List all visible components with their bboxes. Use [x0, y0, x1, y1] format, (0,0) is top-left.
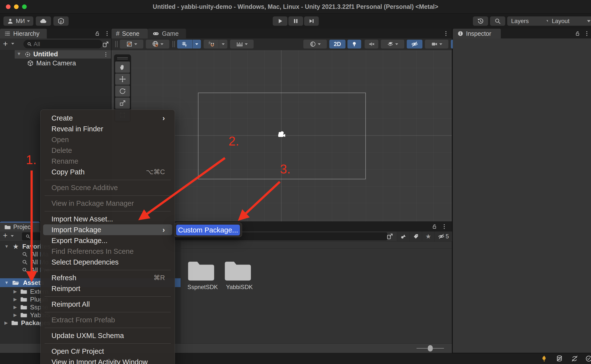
shading-mode-button[interactable] — [303, 40, 327, 49]
cloud-services-button[interactable] — [36, 16, 51, 26]
hierarchy-menu-kebab-icon[interactable] — [104, 30, 110, 37]
plastic-scm-button[interactable]: p — [53, 16, 69, 26]
tab-game[interactable]: Game — [148, 29, 186, 38]
play-button[interactable] — [273, 16, 287, 26]
lock-open-icon[interactable] — [431, 223, 438, 230]
lock-open-icon[interactable] — [94, 30, 100, 37]
menu-item-custom-package[interactable]: Custom Package... — [176, 225, 240, 235]
layout-dropdown[interactable]: Layout — [548, 16, 591, 26]
folder-open-icon — [12, 279, 20, 286]
foldout-closed-icon[interactable]: ▶ — [13, 304, 17, 310]
tab-hierarchy[interactable]: Hierarchy — [0, 29, 47, 38]
collab-activity-icon[interactable] — [541, 355, 548, 362]
auto-refresh-disabled-icon[interactable] — [571, 355, 578, 362]
menu-item-reimport-all[interactable]: Reimport All — [41, 299, 175, 310]
menu-item-refresh[interactable]: Refresh⌘R — [41, 272, 175, 283]
menu-item-import-new-asset[interactable]: Import New Asset... — [41, 214, 175, 224]
pick-window-icon[interactable] — [102, 41, 109, 48]
snap-increment-button[interactable] — [230, 40, 254, 49]
tab-scene[interactable]: # Scene — [111, 29, 148, 38]
tab-project[interactable]: Project — [0, 222, 40, 231]
snap-grid-caret-button[interactable] — [219, 40, 227, 49]
tools-drag-handle[interactable] — [117, 57, 128, 59]
hierarchy-row-scene[interactable]: ▼ Untitled — [15, 50, 111, 59]
content-divider — [181, 248, 452, 249]
menu-item-update-uxml-schema[interactable]: Update UXML Schema — [41, 330, 175, 341]
submenu-arrow-icon: › — [162, 114, 165, 122]
minimize-window-button[interactable] — [14, 4, 19, 9]
light-bulb-icon — [351, 41, 357, 47]
filter-by-type-button[interactable] — [397, 231, 409, 241]
camera-gizmo-icon[interactable] — [277, 131, 286, 138]
grid-visibility-button[interactable]: Y — [177, 40, 192, 49]
hierarchy-tab-label: Hierarchy — [13, 30, 39, 37]
tab-inspector[interactable]: Inspector — [453, 29, 501, 38]
menu-item-reimport[interactable]: Reimport — [41, 283, 175, 294]
audio-toggle-button[interactable] — [365, 40, 378, 49]
menu-item-export-package[interactable]: Export Package... — [41, 235, 175, 246]
hierarchy-add-button[interactable]: + — [3, 39, 8, 49]
filter-by-label-button[interactable] — [409, 231, 422, 241]
pivot-toggle-button[interactable] — [120, 40, 143, 49]
toolbar-handle[interactable] — [117, 41, 118, 47]
lock-open-icon[interactable] — [574, 30, 581, 37]
menu-item-create[interactable]: Create› — [41, 113, 175, 123]
asset-folder-sspnetsdk[interactable]: SspnetSDK — [187, 259, 219, 291]
foldout-closed-icon[interactable]: ▶ — [13, 297, 17, 302]
foldout-open-icon[interactable]: ▼ — [4, 280, 9, 285]
scene-panel-kebab-icon[interactable] — [443, 30, 449, 37]
foldout-closed-icon[interactable]: ▶ — [13, 312, 17, 318]
eye-hidden-icon — [411, 40, 418, 48]
2d-toggle-button[interactable]: 2D — [329, 40, 345, 49]
project-add-button[interactable]: + — [3, 231, 8, 240]
scene-visibility-button[interactable] — [407, 40, 422, 49]
menu-item-view-in-import-activity-window[interactable]: View in Import Activity Window — [41, 357, 175, 364]
hand-tool-button[interactable] — [115, 61, 130, 73]
hierarchy-add-caret-icon[interactable] — [11, 43, 14, 45]
foldout-open-icon[interactable]: ▼ — [17, 51, 21, 57]
undo-history-button[interactable] — [473, 16, 488, 26]
icon-size-slider-knob[interactable] — [428, 345, 433, 352]
move-tool-button[interactable] — [115, 73, 130, 85]
project-add-caret-icon[interactable] — [11, 235, 14, 237]
project-kebab-icon[interactable] — [441, 223, 447, 230]
status-check-icon[interactable] — [585, 355, 591, 362]
hierarchy-search-input[interactable]: All — [24, 40, 102, 48]
pick-window-icon[interactable] — [386, 233, 394, 240]
svg-text:p: p — [60, 19, 62, 23]
effects-toggle-button[interactable] — [381, 40, 404, 49]
menu-item-find-references-in-scene: Find References In Scene — [41, 246, 175, 257]
menu-item-open-csharp-project[interactable]: Open C# Project — [41, 346, 175, 357]
favorites-filter-button[interactable]: ★ — [422, 231, 434, 241]
hidden-count-button[interactable]: 5 — [434, 231, 452, 241]
pause-button[interactable] — [288, 16, 303, 26]
step-button[interactable] — [304, 16, 319, 26]
toolbar-handle[interactable] — [115, 41, 116, 47]
scale-tool-button[interactable] — [115, 97, 130, 109]
menu-item-reveal-in-finder[interactable]: Reveal in Finder — [41, 123, 175, 134]
menu-separator — [45, 195, 171, 196]
hierarchy-row-main-camera[interactable]: Main Camera — [27, 59, 76, 67]
big-folder-icon — [187, 259, 216, 283]
menu-item-copy-path[interactable]: Copy Path⌥⌘C — [41, 167, 175, 177]
global-search-button[interactable] — [490, 16, 505, 26]
account-button[interactable]: МИ — [3, 16, 33, 26]
menu-item-import-package[interactable]: Import Package› — [43, 224, 172, 235]
scene-kebab-icon[interactable] — [103, 51, 109, 57]
foldout-closed-icon[interactable]: ▶ — [13, 289, 17, 294]
inspector-kebab-icon[interactable] — [584, 30, 590, 37]
foldout-open-icon[interactable]: ▼ — [4, 244, 9, 249]
layers-dropdown[interactable]: Layers — [507, 16, 554, 26]
lighting-toggle-button[interactable] — [347, 40, 361, 49]
close-window-button[interactable] — [6, 4, 11, 9]
asset-folder-yabbisdk[interactable]: YabbiSDK — [223, 259, 255, 291]
foldout-closed-icon[interactable]: ▶ — [4, 320, 8, 326]
grid-caret-button[interactable] — [193, 40, 201, 49]
snap-grid-button[interactable] — [204, 40, 219, 49]
rotate-tool-button[interactable] — [115, 85, 130, 97]
camera-preview-button[interactable] — [425, 40, 448, 49]
menu-item-select-dependencies[interactable]: Select Dependencies — [41, 257, 175, 267]
handle-orientation-button[interactable] — [146, 40, 169, 49]
zoom-window-button[interactable] — [22, 4, 27, 9]
cache-server-icon[interactable] — [556, 355, 563, 362]
